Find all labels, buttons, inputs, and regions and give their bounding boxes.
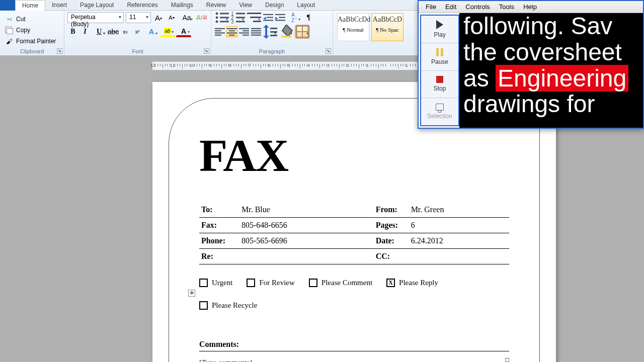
format-painter-button[interactable]: Format Painter	[3, 36, 58, 46]
tab-layout[interactable]: Layout	[290, 0, 321, 10]
style-no-spacing[interactable]: AaBbCcD ¶ No Spac	[371, 13, 404, 41]
menu-tools[interactable]: Tools	[495, 2, 518, 12]
opt-recycle[interactable]: Please Recycle	[199, 301, 257, 310]
svg-rect-3	[220, 17, 229, 18]
font-name-combo[interactable]: Perpetua (Body)	[67, 12, 124, 23]
highlight-button[interactable]: ab	[160, 26, 175, 37]
align-left-button[interactable]	[214, 26, 225, 37]
opt-comment[interactable]: Please Comment	[309, 279, 372, 287]
page-title[interactable]: FAX	[199, 129, 509, 182]
borders-button[interactable]	[295, 26, 310, 37]
svg-rect-16	[263, 20, 273, 21]
shading-button[interactable]	[279, 26, 294, 37]
checkbox-icon[interactable]	[309, 279, 317, 287]
date-label: Date:	[374, 233, 409, 249]
selection-button: Selection	[421, 98, 458, 125]
sort-button[interactable]: AZ↓	[287, 12, 302, 23]
dialog-launcher-icon[interactable]: ⬊	[204, 48, 209, 54]
from-value[interactable]: Mr. Green	[409, 202, 509, 218]
pages-label: Pages:	[374, 218, 409, 233]
menu-file[interactable]: File	[422, 2, 440, 12]
pause-button[interactable]: Pause	[421, 43, 458, 71]
checkbox-icon[interactable]	[247, 279, 255, 287]
opt-reply[interactable]: XPlease Reply	[386, 279, 438, 287]
checkbox-icon[interactable]	[199, 279, 208, 287]
font-color-button[interactable]: A	[176, 26, 191, 37]
comments-label: Comments:	[199, 340, 509, 351]
menu-edit[interactable]: Edit	[441, 2, 460, 12]
clear-format-button[interactable]: A⌫	[196, 12, 207, 23]
superscript-button[interactable]: x	[132, 26, 143, 37]
svg-rect-25	[215, 32, 225, 33]
play-icon	[436, 20, 443, 29]
shrink-font-button[interactable]: A▾	[166, 12, 177, 23]
inc-indent-button[interactable]	[275, 12, 286, 23]
tab-insert[interactable]: Insert	[45, 0, 73, 10]
show-marks-button[interactable]: ¶	[303, 12, 314, 23]
menu-controls[interactable]: Controls	[461, 2, 494, 12]
format-painter-label: Format Painter	[16, 38, 56, 45]
svg-rect-26	[215, 35, 221, 36]
copy-button[interactable]: Copy	[3, 25, 58, 35]
svg-rect-29	[227, 32, 237, 33]
line-spacing-button[interactable]	[263, 26, 278, 37]
change-case-button[interactable]: Aa	[179, 12, 194, 23]
opt-review[interactable]: For Review	[247, 279, 294, 287]
tab-mailings[interactable]: Mailings	[165, 0, 200, 10]
re-label: Re:	[199, 249, 239, 264]
font-size-combo[interactable]: 11	[126, 12, 151, 23]
dialog-launcher-icon[interactable]: ⬊	[326, 48, 331, 54]
tab-view[interactable]: View	[232, 0, 259, 10]
pages-value[interactable]: 6	[409, 218, 509, 233]
play-button[interactable]: Play	[421, 16, 458, 43]
italic-button[interactable]: I	[79, 26, 91, 37]
tab-design[interactable]: Design	[259, 0, 290, 10]
text-effects-button[interactable]: A	[144, 26, 159, 37]
checkbox-icon[interactable]	[199, 301, 208, 310]
cut-button[interactable]: Cut	[3, 14, 58, 24]
align-center-button[interactable]	[226, 26, 237, 37]
svg-marker-21	[275, 17, 278, 20]
scissors-icon	[5, 15, 13, 23]
group-styles: AaBbCcDd ¶ Normal AaBbCcD ¶ No Spac	[333, 11, 408, 55]
narrator-window[interactable]: File Edit Controls Tools Help Play Pause…	[418, 0, 644, 129]
stop-button[interactable]: Stop	[421, 71, 458, 99]
tab-home[interactable]: Home	[15, 0, 45, 11]
justify-button[interactable]	[251, 26, 262, 37]
style-normal[interactable]: AaBbCcDd ¶ Normal	[337, 13, 369, 41]
bullets-button[interactable]	[214, 12, 229, 23]
file-tab[interactable]	[0, 0, 15, 11]
grow-font-button[interactable]: A▴	[153, 12, 164, 23]
table-move-handle-icon[interactable]: ✥	[188, 290, 195, 297]
numbering-button[interactable]: 123	[230, 12, 246, 23]
opt-urgent[interactable]: Urgent	[199, 279, 232, 287]
narrator-menubar: File Edit Controls Tools Help	[419, 1, 643, 13]
multilevel-button[interactable]	[247, 12, 262, 23]
menu-help[interactable]: Help	[519, 2, 541, 12]
group-label: Paragraph	[211, 48, 333, 54]
subscript-button[interactable]: x	[120, 26, 131, 37]
selection-icon	[436, 104, 444, 111]
re-value[interactable]	[239, 249, 374, 264]
tab-review[interactable]: Review	[200, 0, 232, 10]
bold-button[interactable]: B	[67, 26, 78, 37]
dec-indent-button[interactable]	[263, 12, 274, 23]
date-value[interactable]: 6.24.2012	[409, 233, 509, 249]
checkbox-icon[interactable]: X	[386, 279, 395, 287]
cc-value[interactable]	[409, 249, 509, 264]
to-value[interactable]: Mr. Blue	[239, 202, 374, 218]
svg-rect-7	[236, 13, 245, 14]
svg-point-0	[216, 13, 218, 15]
dialog-launcher-icon[interactable]: ⬊	[57, 48, 62, 54]
brush-icon	[5, 37, 13, 45]
underline-button[interactable]: U	[92, 26, 107, 37]
pause-icon	[436, 48, 443, 56]
table-resize-handle-icon[interactable]	[505, 358, 509, 362]
align-right-button[interactable]	[238, 26, 250, 37]
strike-button[interactable]: abc	[108, 26, 119, 37]
tab-references[interactable]: References	[120, 0, 164, 10]
fax-value[interactable]: 805-648-6656	[239, 218, 374, 233]
phone-value[interactable]: 805-565-6696	[239, 233, 374, 249]
tab-page-layout[interactable]: Page Layout	[73, 0, 120, 10]
comments-body[interactable]: [Type comments]	[199, 358, 509, 362]
